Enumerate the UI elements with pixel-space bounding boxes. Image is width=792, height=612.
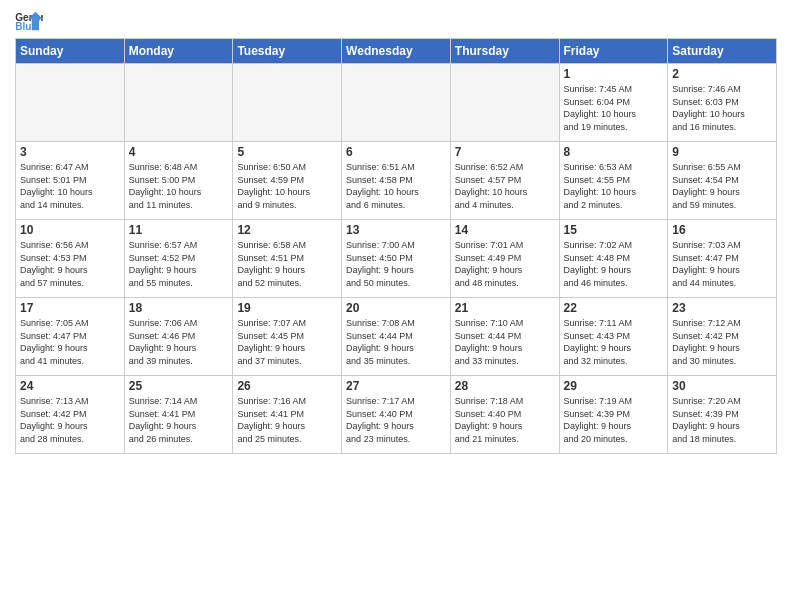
calendar-day-cell: 12Sunrise: 6:58 AM Sunset: 4:51 PM Dayli…: [233, 220, 342, 298]
calendar-day-cell: 16Sunrise: 7:03 AM Sunset: 4:47 PM Dayli…: [668, 220, 777, 298]
day-info: Sunrise: 7:18 AM Sunset: 4:40 PM Dayligh…: [455, 395, 555, 445]
calendar-day-cell: 17Sunrise: 7:05 AM Sunset: 4:47 PM Dayli…: [16, 298, 125, 376]
calendar-day-cell: 28Sunrise: 7:18 AM Sunset: 4:40 PM Dayli…: [450, 376, 559, 454]
day-info: Sunrise: 7:01 AM Sunset: 4:49 PM Dayligh…: [455, 239, 555, 289]
calendar-day-cell: 13Sunrise: 7:00 AM Sunset: 4:50 PM Dayli…: [342, 220, 451, 298]
day-number: 6: [346, 145, 446, 159]
day-info: Sunrise: 7:19 AM Sunset: 4:39 PM Dayligh…: [564, 395, 664, 445]
day-info: Sunrise: 6:58 AM Sunset: 4:51 PM Dayligh…: [237, 239, 337, 289]
day-number: 17: [20, 301, 120, 315]
calendar-header-row: SundayMondayTuesdayWednesdayThursdayFrid…: [16, 39, 777, 64]
calendar-day-cell: [16, 64, 125, 142]
day-info: Sunrise: 7:46 AM Sunset: 6:03 PM Dayligh…: [672, 83, 772, 133]
calendar-day-cell: 27Sunrise: 7:17 AM Sunset: 4:40 PM Dayli…: [342, 376, 451, 454]
day-number: 1: [564, 67, 664, 81]
day-number: 26: [237, 379, 337, 393]
header: General Blue: [15, 10, 777, 32]
day-info: Sunrise: 7:14 AM Sunset: 4:41 PM Dayligh…: [129, 395, 229, 445]
calendar-day-cell: 29Sunrise: 7:19 AM Sunset: 4:39 PM Dayli…: [559, 376, 668, 454]
day-info: Sunrise: 6:47 AM Sunset: 5:01 PM Dayligh…: [20, 161, 120, 211]
day-number: 11: [129, 223, 229, 237]
day-info: Sunrise: 6:53 AM Sunset: 4:55 PM Dayligh…: [564, 161, 664, 211]
day-info: Sunrise: 7:00 AM Sunset: 4:50 PM Dayligh…: [346, 239, 446, 289]
calendar-week-row: 24Sunrise: 7:13 AM Sunset: 4:42 PM Dayli…: [16, 376, 777, 454]
calendar-day-cell: 24Sunrise: 7:13 AM Sunset: 4:42 PM Dayli…: [16, 376, 125, 454]
day-number: 4: [129, 145, 229, 159]
day-number: 16: [672, 223, 772, 237]
day-number: 23: [672, 301, 772, 315]
calendar-day-cell: 14Sunrise: 7:01 AM Sunset: 4:49 PM Dayli…: [450, 220, 559, 298]
day-number: 28: [455, 379, 555, 393]
calendar-day-cell: 22Sunrise: 7:11 AM Sunset: 4:43 PM Dayli…: [559, 298, 668, 376]
day-number: 27: [346, 379, 446, 393]
page-container: General Blue SundayMondayTuesdayWednesda…: [0, 0, 792, 464]
day-info: Sunrise: 6:51 AM Sunset: 4:58 PM Dayligh…: [346, 161, 446, 211]
calendar-day-cell: [233, 64, 342, 142]
day-info: Sunrise: 7:12 AM Sunset: 4:42 PM Dayligh…: [672, 317, 772, 367]
day-info: Sunrise: 6:50 AM Sunset: 4:59 PM Dayligh…: [237, 161, 337, 211]
calendar-day-cell: 20Sunrise: 7:08 AM Sunset: 4:44 PM Dayli…: [342, 298, 451, 376]
calendar-week-row: 10Sunrise: 6:56 AM Sunset: 4:53 PM Dayli…: [16, 220, 777, 298]
day-info: Sunrise: 7:10 AM Sunset: 4:44 PM Dayligh…: [455, 317, 555, 367]
calendar-day-cell: 1Sunrise: 7:45 AM Sunset: 6:04 PM Daylig…: [559, 64, 668, 142]
calendar-day-cell: 9Sunrise: 6:55 AM Sunset: 4:54 PM Daylig…: [668, 142, 777, 220]
calendar-day-cell: 11Sunrise: 6:57 AM Sunset: 4:52 PM Dayli…: [124, 220, 233, 298]
day-number: 25: [129, 379, 229, 393]
calendar-day-cell: 19Sunrise: 7:07 AM Sunset: 4:45 PM Dayli…: [233, 298, 342, 376]
calendar-header-sunday: Sunday: [16, 39, 125, 64]
calendar-day-cell: 7Sunrise: 6:52 AM Sunset: 4:57 PM Daylig…: [450, 142, 559, 220]
calendar-day-cell: 6Sunrise: 6:51 AM Sunset: 4:58 PM Daylig…: [342, 142, 451, 220]
logo-icon: General Blue: [15, 10, 43, 32]
day-number: 19: [237, 301, 337, 315]
day-info: Sunrise: 6:56 AM Sunset: 4:53 PM Dayligh…: [20, 239, 120, 289]
calendar-day-cell: 21Sunrise: 7:10 AM Sunset: 4:44 PM Dayli…: [450, 298, 559, 376]
day-number: 2: [672, 67, 772, 81]
day-number: 12: [237, 223, 337, 237]
calendar-week-row: 1Sunrise: 7:45 AM Sunset: 6:04 PM Daylig…: [16, 64, 777, 142]
day-number: 14: [455, 223, 555, 237]
logo: General Blue: [15, 10, 43, 32]
day-number: 10: [20, 223, 120, 237]
calendar-day-cell: 26Sunrise: 7:16 AM Sunset: 4:41 PM Dayli…: [233, 376, 342, 454]
day-info: Sunrise: 7:20 AM Sunset: 4:39 PM Dayligh…: [672, 395, 772, 445]
calendar-day-cell: [450, 64, 559, 142]
day-number: 7: [455, 145, 555, 159]
day-number: 13: [346, 223, 446, 237]
day-info: Sunrise: 6:55 AM Sunset: 4:54 PM Dayligh…: [672, 161, 772, 211]
calendar-header-saturday: Saturday: [668, 39, 777, 64]
day-number: 8: [564, 145, 664, 159]
calendar-day-cell: 30Sunrise: 7:20 AM Sunset: 4:39 PM Dayli…: [668, 376, 777, 454]
day-number: 30: [672, 379, 772, 393]
day-number: 3: [20, 145, 120, 159]
day-info: Sunrise: 7:45 AM Sunset: 6:04 PM Dayligh…: [564, 83, 664, 133]
calendar-header-wednesday: Wednesday: [342, 39, 451, 64]
day-info: Sunrise: 7:08 AM Sunset: 4:44 PM Dayligh…: [346, 317, 446, 367]
calendar-week-row: 17Sunrise: 7:05 AM Sunset: 4:47 PM Dayli…: [16, 298, 777, 376]
day-info: Sunrise: 7:03 AM Sunset: 4:47 PM Dayligh…: [672, 239, 772, 289]
calendar-day-cell: 2Sunrise: 7:46 AM Sunset: 6:03 PM Daylig…: [668, 64, 777, 142]
day-info: Sunrise: 7:11 AM Sunset: 4:43 PM Dayligh…: [564, 317, 664, 367]
day-info: Sunrise: 7:02 AM Sunset: 4:48 PM Dayligh…: [564, 239, 664, 289]
calendar-day-cell: [342, 64, 451, 142]
day-number: 9: [672, 145, 772, 159]
day-info: Sunrise: 7:17 AM Sunset: 4:40 PM Dayligh…: [346, 395, 446, 445]
calendar-day-cell: 8Sunrise: 6:53 AM Sunset: 4:55 PM Daylig…: [559, 142, 668, 220]
calendar-header-tuesday: Tuesday: [233, 39, 342, 64]
calendar-header-monday: Monday: [124, 39, 233, 64]
day-info: Sunrise: 7:07 AM Sunset: 4:45 PM Dayligh…: [237, 317, 337, 367]
calendar-table: SundayMondayTuesdayWednesdayThursdayFrid…: [15, 38, 777, 454]
day-number: 18: [129, 301, 229, 315]
calendar-day-cell: 4Sunrise: 6:48 AM Sunset: 5:00 PM Daylig…: [124, 142, 233, 220]
day-number: 29: [564, 379, 664, 393]
calendar-header-friday: Friday: [559, 39, 668, 64]
day-number: 22: [564, 301, 664, 315]
day-info: Sunrise: 6:57 AM Sunset: 4:52 PM Dayligh…: [129, 239, 229, 289]
calendar-day-cell: 23Sunrise: 7:12 AM Sunset: 4:42 PM Dayli…: [668, 298, 777, 376]
day-info: Sunrise: 7:06 AM Sunset: 4:46 PM Dayligh…: [129, 317, 229, 367]
day-info: Sunrise: 7:05 AM Sunset: 4:47 PM Dayligh…: [20, 317, 120, 367]
calendar-day-cell: 3Sunrise: 6:47 AM Sunset: 5:01 PM Daylig…: [16, 142, 125, 220]
day-number: 15: [564, 223, 664, 237]
day-info: Sunrise: 7:13 AM Sunset: 4:42 PM Dayligh…: [20, 395, 120, 445]
day-info: Sunrise: 6:52 AM Sunset: 4:57 PM Dayligh…: [455, 161, 555, 211]
day-number: 5: [237, 145, 337, 159]
